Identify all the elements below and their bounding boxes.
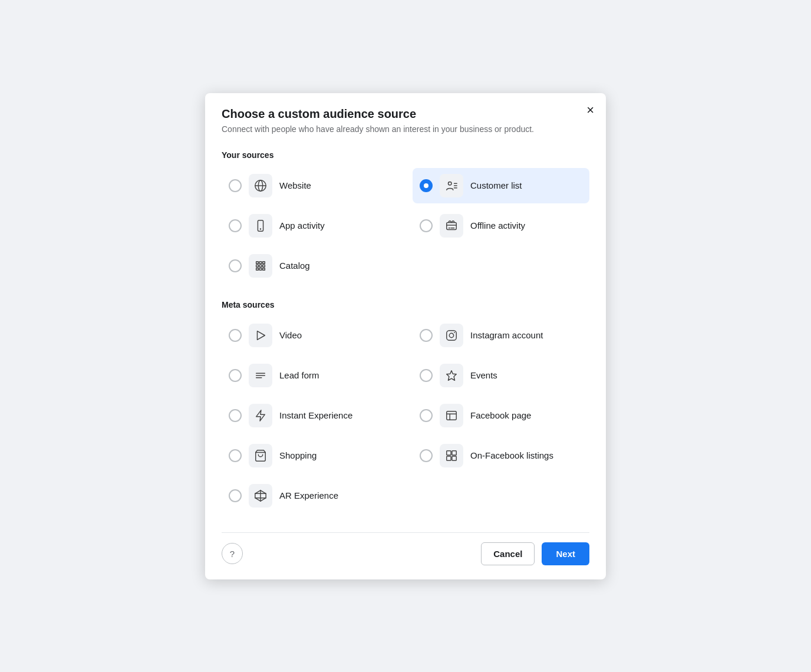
source-label-offline-activity: Offline activity — [470, 220, 525, 230]
radio-shopping — [229, 449, 242, 462]
radio-video — [229, 329, 242, 342]
footer-actions: Cancel Next — [481, 542, 589, 565]
source-item-lead-form[interactable]: Lead form — [222, 358, 398, 393]
shopping-icon — [254, 449, 267, 462]
instant-icon-box — [249, 404, 272, 427]
svg-rect-39 — [452, 456, 456, 460]
source-label-lead-form: Lead form — [279, 370, 319, 380]
facebook-page-icon-box — [440, 404, 463, 427]
source-label-instagram: Instagram account — [470, 330, 543, 340]
modal: × Choose a custom audience source Connec… — [205, 93, 606, 579]
catalog-icon — [254, 259, 267, 272]
svg-marker-23 — [258, 331, 265, 340]
radio-instant-experience — [229, 409, 242, 422]
globe-icon-box — [249, 174, 272, 197]
modal-title: Choose a custom audience source — [222, 107, 589, 121]
source-label-app-activity: App activity — [279, 220, 325, 230]
help-button[interactable]: ? — [222, 543, 243, 564]
svg-point-26 — [454, 332, 455, 333]
svg-point-3 — [449, 182, 452, 185]
radio-lead-form — [229, 369, 242, 382]
svg-rect-32 — [447, 411, 457, 420]
radio-facebook-page — [420, 409, 433, 422]
modal-subtitle: Connect with people who have already sho… — [222, 124, 589, 134]
globe-icon — [254, 179, 267, 192]
facebook-page-icon — [445, 409, 458, 422]
svg-rect-19 — [263, 265, 265, 267]
events-icon — [445, 369, 458, 382]
radio-on-facebook-listings — [420, 449, 433, 462]
radio-app-activity — [229, 219, 242, 232]
ar-icon — [254, 489, 267, 502]
events-icon-box — [440, 364, 463, 387]
meta-sources-grid: Video Instagram account — [222, 318, 589, 513]
radio-events — [420, 369, 433, 382]
source-label-shopping: Shopping — [279, 450, 317, 460]
your-sources-label: Your sources — [222, 150, 589, 160]
svg-rect-21 — [259, 268, 262, 270]
svg-rect-37 — [452, 450, 456, 454]
offline-icon-box — [440, 214, 463, 238]
svg-rect-18 — [259, 265, 262, 267]
source-label-video: Video — [279, 330, 302, 340]
instagram-icon — [445, 329, 458, 342]
listings-icon — [445, 449, 458, 462]
svg-marker-30 — [447, 370, 457, 380]
shopping-icon-box — [249, 444, 272, 467]
radio-website — [229, 179, 242, 192]
cancel-button[interactable]: Cancel — [481, 542, 535, 565]
source-item-customer-list[interactable]: Customer list — [413, 168, 589, 203]
listings-icon-box — [440, 444, 463, 467]
mobile-icon — [254, 219, 267, 232]
source-item-instant-experience[interactable]: Instant Experience — [222, 398, 398, 433]
modal-footer: ? Cancel Next — [222, 532, 589, 565]
source-label-ar-experience: AR Experience — [279, 490, 338, 500]
source-label-website: Website — [279, 180, 311, 190]
source-item-catalog[interactable]: Catalog — [222, 248, 398, 284]
source-label-on-facebook-listings: On-Facebook listings — [470, 450, 553, 460]
svg-rect-22 — [263, 268, 265, 270]
source-label-catalog: Catalog — [279, 261, 310, 271]
svg-rect-17 — [256, 265, 259, 267]
instant-icon — [254, 409, 267, 422]
instagram-icon-box — [440, 324, 463, 347]
mobile-icon-box — [249, 214, 272, 238]
radio-offline-activity — [420, 219, 433, 232]
source-item-website[interactable]: Website — [222, 168, 398, 203]
customer-list-icon-box — [440, 174, 463, 197]
svg-point-9 — [261, 229, 261, 229]
svg-marker-31 — [256, 410, 265, 420]
svg-rect-14 — [256, 261, 259, 263]
video-icon-box — [249, 324, 272, 347]
lead-form-icon-box — [249, 364, 272, 387]
video-icon — [254, 329, 267, 342]
source-item-instagram[interactable]: Instagram account — [413, 318, 589, 353]
svg-rect-16 — [263, 261, 265, 263]
radio-customer-list — [420, 179, 433, 192]
svg-rect-24 — [447, 330, 457, 340]
close-button[interactable]: × — [586, 104, 594, 117]
source-item-facebook-page[interactable]: Facebook page — [413, 398, 589, 433]
svg-rect-10 — [447, 222, 457, 229]
svg-rect-36 — [447, 450, 451, 454]
source-label-facebook-page: Facebook page — [470, 410, 531, 420]
source-item-offline-activity[interactable]: Offline activity — [413, 208, 589, 243]
source-label-customer-list: Customer list — [470, 180, 522, 190]
svg-rect-38 — [447, 456, 451, 460]
source-item-on-facebook-listings[interactable]: On-Facebook listings — [413, 438, 589, 473]
source-item-video[interactable]: Video — [222, 318, 398, 353]
svg-rect-15 — [259, 261, 262, 263]
svg-rect-20 — [256, 268, 259, 270]
next-button[interactable]: Next — [542, 542, 589, 565]
source-item-events[interactable]: Events — [413, 358, 589, 393]
your-sources-grid: Website Customer list — [222, 168, 589, 284]
source-item-shopping[interactable]: Shopping — [222, 438, 398, 473]
source-label-instant-experience: Instant Experience — [279, 410, 352, 420]
source-item-app-activity[interactable]: App activity — [222, 208, 398, 243]
customer-list-icon — [445, 179, 458, 192]
source-label-events: Events — [470, 370, 497, 380]
offline-icon — [445, 219, 458, 232]
source-item-ar-experience[interactable]: AR Experience — [222, 478, 398, 513]
svg-point-25 — [449, 333, 453, 337]
lead-form-icon — [254, 369, 267, 382]
